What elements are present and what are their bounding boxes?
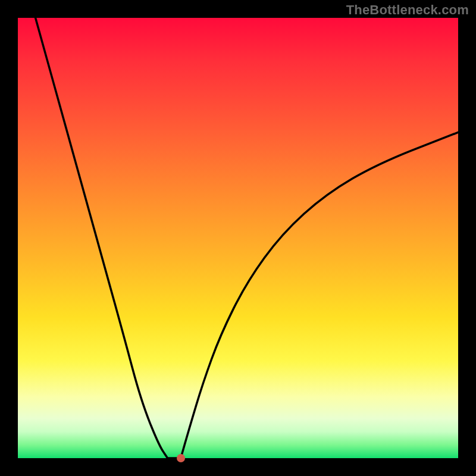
chart-frame: TheBottleneck.com xyxy=(0,0,476,476)
minimum-marker xyxy=(177,454,185,462)
bottleneck-curve xyxy=(18,18,458,458)
plot-area xyxy=(18,18,458,458)
watermark-text: TheBottleneck.com xyxy=(346,2,469,18)
